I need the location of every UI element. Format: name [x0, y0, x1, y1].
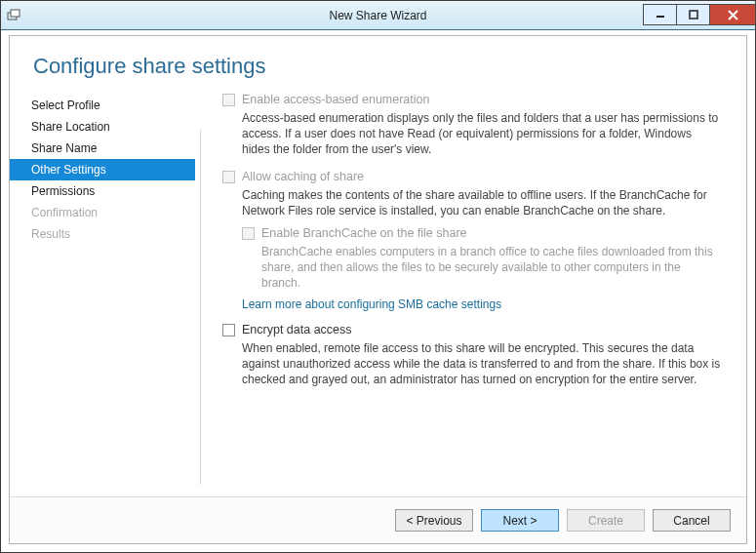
label-encrypt: Encrypt data access: [242, 323, 352, 336]
nav-other-settings[interactable]: Other Settings: [10, 159, 195, 180]
checkbox-abe: [222, 94, 235, 106]
desc-cache: Caching makes the contents of the share …: [242, 187, 721, 218]
nav-share-name[interactable]: Share Name: [10, 138, 195, 159]
option-abe: Enable access-based enumeration Access-b…: [222, 93, 721, 158]
page-heading: Configure share settings: [10, 36, 746, 93]
option-encrypt: Encrypt data access When enabled, remote…: [222, 323, 721, 388]
wizard-body: Select Profile Share Location Share Name…: [10, 93, 746, 496]
next-button[interactable]: Next >: [481, 509, 559, 532]
nav-select-profile[interactable]: Select Profile: [10, 95, 195, 116]
titlebar: New Share Wizard: [1, 1, 755, 30]
svg-rect-1: [11, 10, 20, 17]
maximize-button[interactable]: [676, 4, 710, 25]
label-abe: Enable access-based enumeration: [242, 93, 429, 106]
wizard-footer: < Previous Next > Create Cancel: [10, 496, 746, 543]
svg-rect-3: [690, 11, 697, 19]
create-button: Create: [567, 509, 645, 532]
settings-content: Enable access-based enumeration Access-b…: [195, 93, 746, 496]
close-button[interactable]: [709, 4, 756, 25]
checkbox-branchcache: [242, 227, 255, 240]
label-branchcache: Enable BranchCache on the file share: [261, 226, 467, 240]
cancel-button[interactable]: Cancel: [653, 509, 731, 532]
window-controls: [643, 5, 755, 25]
link-smb-cache[interactable]: Learn more about configuring SMB cache s…: [242, 297, 721, 311]
step-nav: Select Profile Share Location Share Name…: [10, 93, 195, 496]
label-cache: Allow caching of share: [242, 170, 364, 183]
vertical-divider: [200, 130, 201, 485]
nav-permissions[interactable]: Permissions: [10, 180, 195, 202]
desc-branchcache: BranchCache enables computers in a branc…: [261, 244, 721, 292]
desc-abe: Access-based enumeration displays only t…: [242, 110, 721, 158]
nav-results: Results: [10, 223, 195, 245]
minimize-button[interactable]: [643, 4, 677, 25]
app-icon: [1, 1, 26, 30]
nav-share-location[interactable]: Share Location: [10, 116, 195, 138]
desc-encrypt: When enabled, remote file access to this…: [242, 340, 721, 388]
wizard-window: New Share Wizard Configure share setting…: [0, 0, 756, 553]
option-cache: Allow caching of share Caching makes the…: [222, 170, 721, 311]
checkbox-encrypt[interactable]: [222, 324, 235, 336]
checkbox-cache: [222, 171, 235, 183]
nav-confirmation: Confirmation: [10, 202, 195, 223]
option-branchcache: Enable BranchCache on the file share Bra…: [242, 226, 721, 292]
wizard-frame: Configure share settings Select Profile …: [9, 35, 747, 544]
previous-button[interactable]: < Previous: [395, 509, 473, 532]
